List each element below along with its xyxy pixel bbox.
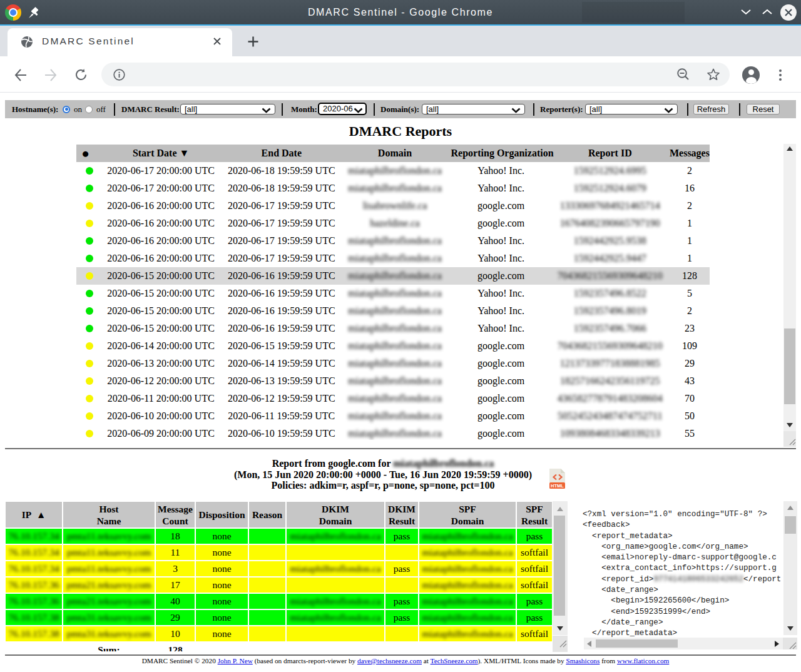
svg-text:HTML: HTML (551, 483, 564, 489)
